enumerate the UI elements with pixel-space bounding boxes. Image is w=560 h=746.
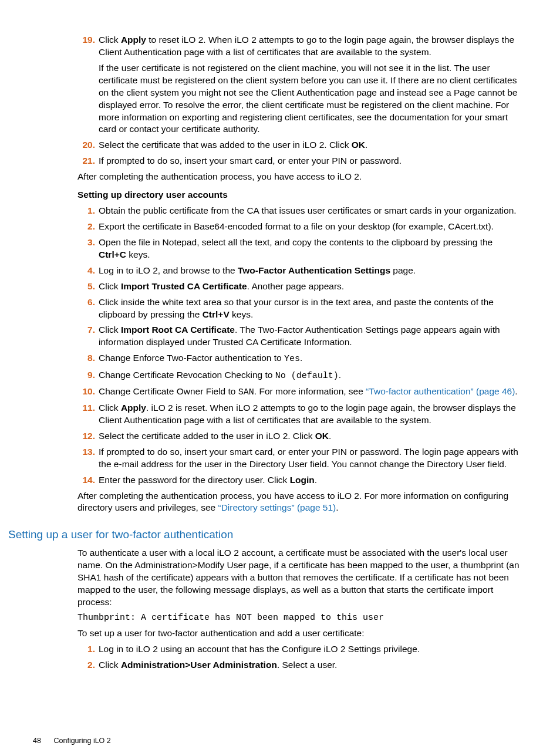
list-item: 14.Enter the password for the directory … (77, 474, 522, 487)
list-marker: 1. (77, 643, 95, 656)
list-item-body: Click Import Trusted CA Certificate. Ano… (99, 281, 522, 293)
list-marker: 1. (77, 205, 95, 217)
list-item-body: Change Enforce Two-Factor authentication… (99, 352, 522, 365)
list-marker: 2. (77, 659, 95, 671)
list-marker: 3. (77, 237, 95, 249)
paragraph: To authenticate a user with a local iLO … (77, 547, 522, 609)
list-item: 1.Log in to iLO 2 using an account that … (77, 643, 522, 656)
ordered-list-directory-accounts: 1.Obtain the public certificate from the… (77, 205, 522, 487)
list-item: 5.Click Import Trusted CA Certificate. A… (77, 281, 522, 293)
list-item-body: Enter the password for the directory use… (99, 474, 522, 487)
list-item-body: Open the file in Notepad, select all the… (99, 237, 522, 261)
list-marker: 14. (77, 474, 95, 487)
list-item: 12.Select the certificate added to the u… (77, 430, 522, 443)
list-item-body: If prompted to do so, insert your smart … (99, 155, 522, 167)
list-item-body: Change Certificate Owner Field to SAN. F… (99, 386, 522, 399)
section-block: Setting up a user for two-factor authent… (33, 527, 527, 542)
page-footer: 48 Configuring iLO 2 (33, 736, 527, 746)
list-item-body: Click Import Root CA Certificate. The Tw… (99, 324, 522, 349)
list-item: 7.Click Import Root CA Certificate. The … (77, 324, 522, 349)
list-item: 8.Change Enforce Two-Factor authenticati… (77, 352, 522, 365)
footer-title: Configuring iLO 2 (53, 737, 110, 745)
list-marker: 10. (77, 386, 95, 398)
list-item: 21.If prompted to do so, insert your sma… (77, 155, 522, 167)
list-item-body: Select the certificate that was added to… (99, 139, 522, 151)
paragraph: After completing the authentication proc… (77, 490, 522, 515)
list-item-body: Log in to iLO 2, and browse to the Two-F… (99, 265, 522, 277)
code-line: Thumbprint: A certificate has NOT been m… (77, 612, 522, 624)
list-item: 13.If prompted to do so, insert your sma… (77, 446, 522, 471)
list-item: 10.Change Certificate Owner Field to SAN… (77, 386, 522, 399)
body-column: To authenticate a user with a local iLO … (77, 547, 522, 671)
paragraph: To set up a user for two-factor authenti… (77, 627, 522, 640)
list-item: 6.Click inside the white text area so th… (77, 296, 522, 321)
list-item: 2.Click Administration>User Administrati… (77, 659, 522, 671)
ordered-list-setup-user: 1.Log in to iLO 2 using an account that … (77, 643, 522, 671)
list-marker: 6. (77, 296, 95, 309)
list-item: 4.Log in to iLO 2, and browse to the Two… (77, 265, 522, 277)
paragraph: After completing the authentication proc… (77, 171, 522, 183)
list-item-body: Click Apply. iLO 2 is reset. When iLO 2 … (99, 402, 522, 427)
list-marker: 2. (77, 221, 95, 233)
list-marker: 11. (77, 402, 95, 414)
list-item-body: Click inside the white text area so that… (99, 296, 522, 321)
list-marker: 9. (77, 369, 95, 382)
list-marker: 5. (77, 281, 95, 293)
list-marker: 20. (77, 139, 95, 151)
list-marker: 13. (77, 446, 95, 458)
section-heading-two-factor-user: Setting up a user for two-factor authent… (8, 527, 527, 542)
ordered-list-local-user-cont: 19.Click Apply to reset iLO 2. When iLO … (77, 34, 522, 167)
list-item-body: Change Certificate Revocation Checking t… (99, 369, 522, 382)
list-item-body: Select the certificate added to the user… (99, 430, 522, 443)
list-marker: 4. (77, 265, 95, 277)
list-item-body: Obtain the public certificate from the C… (99, 205, 522, 217)
list-item-extra: If the user certificate is not registere… (99, 62, 522, 136)
list-item: 3.Open the file in Notepad, select all t… (77, 237, 522, 261)
list-item: 11.Click Apply. iLO 2 is reset. When iLO… (77, 402, 522, 427)
list-item-body: If prompted to do so, insert your smart … (99, 446, 522, 471)
page: 19.Click Apply to reset iLO 2. When iLO … (0, 0, 560, 746)
list-item-body: Click Apply to reset iLO 2. When iLO 2 a… (99, 34, 522, 59)
body-column: 19.Click Apply to reset iLO 2. When iLO … (77, 34, 522, 514)
list-item-body: Log in to iLO 2 using an account that ha… (99, 643, 522, 656)
list-item: 20.Select the certificate that was added… (77, 139, 522, 151)
list-item-body: Export the certificate in Base64-encoded… (99, 221, 522, 233)
list-marker: 12. (77, 430, 95, 443)
list-marker: 8. (77, 352, 95, 364)
page-number: 48 (33, 736, 52, 746)
list-marker: 7. (77, 324, 95, 336)
list-item: 9.Change Certificate Revocation Checking… (77, 369, 522, 382)
subheading-directory-accounts: Setting up directory user accounts (77, 189, 522, 201)
list-marker: 21. (77, 155, 95, 167)
list-marker: 19. (77, 34, 95, 46)
list-item: 19.Click Apply to reset iLO 2. When iLO … (77, 34, 522, 136)
list-item-body: Click Administration>User Administration… (99, 659, 522, 671)
list-item: 2.Export the certificate in Base64-encod… (77, 221, 522, 233)
list-item: 1.Obtain the public certificate from the… (77, 205, 522, 217)
